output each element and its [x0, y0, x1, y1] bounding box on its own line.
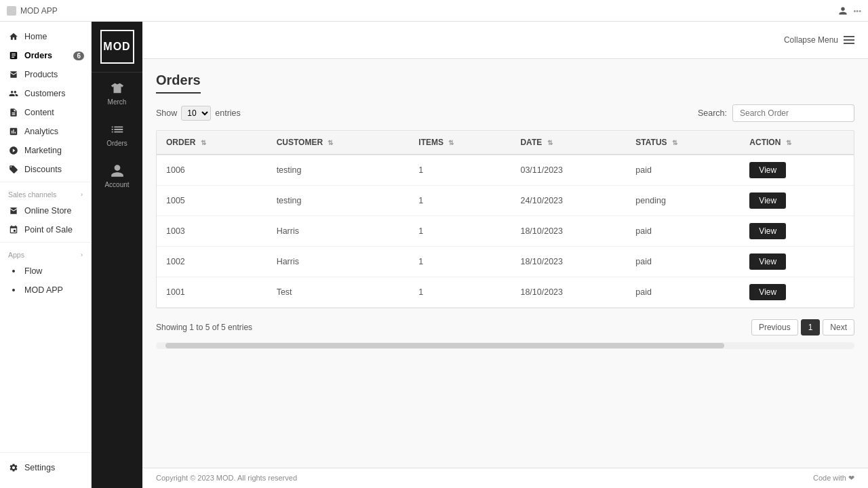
cell-status: paid [626, 247, 740, 277]
orders-table: ORDER ⇅ CUSTOMER ⇅ ITEMS ⇅ [157, 131, 854, 308]
sidebar-item-products[interactable]: Products [0, 65, 91, 84]
sidebar-item-point-of-sale[interactable]: Point of Sale [0, 220, 91, 239]
sidebar-item-label: Products [24, 70, 58, 79]
cell-items: 1 [409, 155, 511, 186]
col-date[interactable]: DATE ⇅ [511, 131, 626, 155]
cell-status: paid [626, 216, 740, 247]
col-status[interactable]: STATUS ⇅ [626, 131, 740, 155]
prev-button[interactable]: Previous [751, 319, 798, 336]
logo-area: MOD [92, 22, 142, 73]
table-row: 1002 Harris 1 18/10/2023 paid View [157, 247, 854, 277]
cell-order: 1005 [157, 186, 267, 216]
scroll-thumb [165, 343, 724, 348]
cell-date: 18/10/2023 [511, 216, 626, 247]
sidebar-item-label: Marketing [24, 146, 62, 155]
cell-date: 24/10/2023 [511, 186, 626, 216]
sidebar-item-content[interactable]: Content [0, 103, 91, 122]
sidebar-item-orders[interactable]: Orders 6 [0, 46, 91, 65]
sort-icon: ⇅ [786, 139, 791, 146]
left-sidebar: Home Orders 6 Products Customers Conte [0, 22, 92, 488]
table-controls: Show 10 25 50 entries Search: [156, 104, 854, 122]
cell-action: View [740, 277, 854, 308]
orders-list-icon [110, 122, 125, 137]
sort-icon: ⇅ [201, 139, 206, 146]
content-icon [8, 107, 19, 118]
sidebar-item-analytics[interactable]: Analytics [0, 122, 91, 141]
sort-icon: ⇅ [448, 139, 454, 146]
cell-status: paid [626, 155, 740, 186]
cell-order: 1002 [157, 247, 267, 277]
orders-badge: 6 [73, 52, 84, 60]
sidebar-item-settings[interactable]: Settings [0, 458, 91, 477]
icon-sidebar-orders[interactable]: Orders [92, 114, 142, 155]
code-with: Code with ❤ [813, 474, 854, 483]
sidebar-item-discounts[interactable]: Discounts [0, 160, 91, 179]
cell-action: View [740, 155, 854, 186]
cell-customer: Harris [267, 216, 410, 247]
icon-sidebar-account[interactable]: Account [92, 155, 142, 197]
sidebar-item-online-store[interactable]: Online Store [0, 201, 91, 220]
sidebar-item-label: Home [24, 32, 47, 41]
orders-icon [8, 50, 19, 61]
content-body: Orders Show 10 25 50 entries Search: [142, 59, 868, 468]
tshirt-icon [110, 81, 125, 96]
col-customer[interactable]: CUSTOMER ⇅ [267, 131, 410, 155]
sidebar-item-label: Settings [24, 463, 55, 472]
sidebar-item-customers[interactable]: Customers [0, 84, 91, 103]
page-title: Orders [156, 73, 201, 94]
home-icon [8, 31, 19, 42]
view-button[interactable]: View [749, 253, 786, 270]
sort-icon: ⇅ [328, 139, 333, 146]
icon-sidebar: MOD Merch Orders Account [92, 22, 142, 488]
col-action[interactable]: ACTION ⇅ [740, 131, 854, 155]
sidebar-item-label: Content [24, 108, 54, 117]
search-area: Search: [698, 104, 854, 122]
pagination-area: Showing 1 to 5 of 5 entries Previous 1 N… [156, 317, 854, 338]
cell-items: 1 [409, 277, 511, 308]
sidebar-item-label: Customers [24, 89, 65, 98]
sidebar-item-label: Point of Sale [24, 225, 73, 235]
svg-point-1 [12, 289, 15, 291]
cell-customer: Test [267, 277, 410, 308]
col-items[interactable]: ITEMS ⇅ [409, 131, 511, 155]
logo-text: MOD [103, 41, 130, 53]
marketing-icon [8, 145, 19, 156]
app-name: MOD APP [20, 6, 58, 16]
online-store-icon [8, 205, 19, 216]
cell-action: View [740, 216, 854, 247]
icon-sidebar-merch[interactable]: Merch [92, 73, 142, 114]
sidebar-item-flow[interactable]: Flow [0, 262, 91, 281]
collapse-menu-button[interactable]: Collapse Menu [784, 35, 854, 45]
search-label: Search: [698, 108, 727, 118]
view-button[interactable]: View [749, 284, 786, 300]
top-bar: MOD APP ••• [0, 0, 868, 22]
sidebar-item-marketing[interactable]: Marketing [0, 141, 91, 160]
account-icon [110, 163, 125, 178]
cell-customer: Harris [267, 247, 410, 277]
view-button[interactable]: View [749, 223, 786, 239]
next-button[interactable]: Next [823, 319, 854, 336]
sidebar-item-mod-app[interactable]: MOD APP [0, 281, 91, 300]
page-title-area: Orders [156, 73, 854, 94]
copyright: Copyright © 2023 MOD. All rights reserve… [156, 474, 297, 483]
cell-action: View [740, 247, 854, 277]
page-1-button[interactable]: 1 [801, 319, 821, 336]
entries-select[interactable]: 10 25 50 [181, 106, 211, 121]
cell-status: paid [626, 277, 740, 308]
pagination-controls: Previous 1 Next [751, 319, 854, 336]
search-input[interactable] [732, 104, 854, 122]
settings-icon [8, 462, 19, 473]
entries-label: entries [215, 108, 241, 118]
show-entries: Show 10 25 50 entries [156, 106, 241, 121]
table-row: 1003 Harris 1 18/10/2023 paid View [157, 216, 854, 247]
view-button[interactable]: View [749, 192, 786, 209]
cell-items: 1 [409, 186, 511, 216]
hamburger-icon [844, 36, 854, 44]
sales-channels-label: Sales channels › [0, 185, 91, 201]
view-button[interactable]: View [749, 162, 786, 178]
sidebar-item-label: Discounts [24, 165, 62, 174]
products-icon [8, 69, 19, 80]
col-order[interactable]: ORDER ⇅ [157, 131, 267, 155]
sidebar-item-home[interactable]: Home [0, 27, 91, 46]
customers-icon [8, 88, 19, 99]
